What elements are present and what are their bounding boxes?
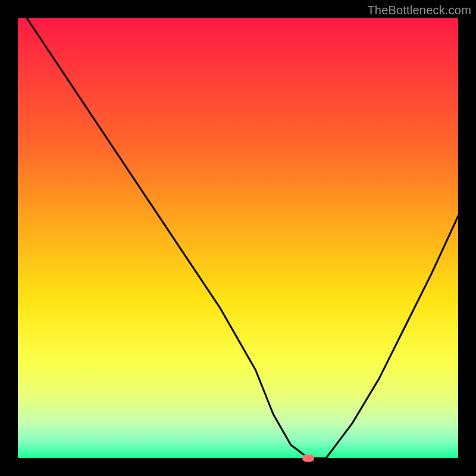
chart-container: TheBottleneck.com [0,0,476,476]
minimum-marker [302,455,314,462]
watermark-text: TheBottleneck.com [367,4,471,17]
bottleneck-curve [18,18,458,458]
plot-area [18,18,458,458]
